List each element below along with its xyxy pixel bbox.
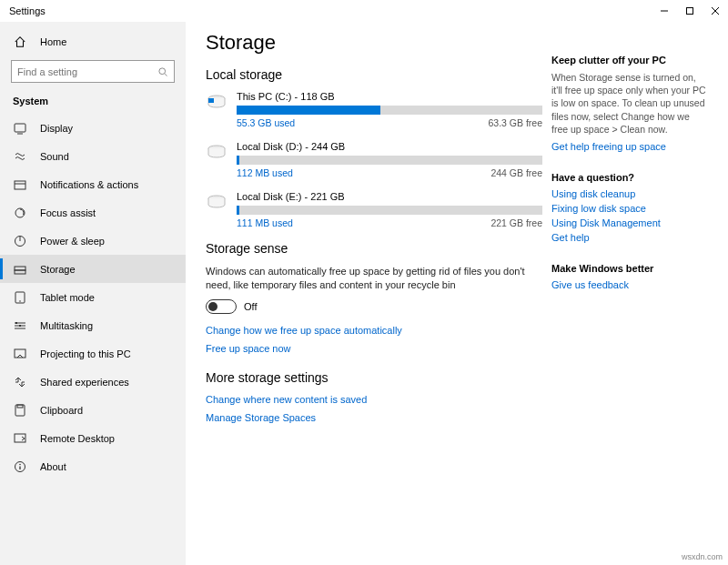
nav-icon <box>13 403 27 418</box>
nav-icon <box>13 177 27 192</box>
sidebar-item-label: About <box>40 461 66 472</box>
nav-icon <box>13 318 27 333</box>
svg-rect-6 <box>15 124 25 132</box>
window-title: Settings <box>9 5 46 16</box>
sidebar-item-storage[interactable]: Storage <box>0 255 186 283</box>
drive-usage-bar <box>237 156 542 165</box>
drive-used: 111 MB used <box>237 217 293 228</box>
drive-usage-bar <box>237 106 542 115</box>
link-give-feedback[interactable]: Give us feedback <box>551 279 706 290</box>
keep-clutter-heading: Keep clutter off your PC <box>551 55 706 66</box>
keep-clutter-text: When Storage sense is turned on, it'll f… <box>551 71 706 136</box>
sidebar-item-label: Multitasking <box>40 320 93 331</box>
storage-sense-toggle[interactable] <box>206 299 237 314</box>
storage-sense-description: Windows can automatically free up space … <box>206 265 542 292</box>
minimize-button[interactable] <box>652 0 677 22</box>
sidebar-item-label: Tablet mode <box>40 292 95 303</box>
drive-used: 112 MB used <box>237 167 293 178</box>
svg-rect-14 <box>15 270 25 274</box>
sidebar-item-label: Shared experiences <box>40 377 129 388</box>
search-icon <box>157 66 168 77</box>
svg-point-4 <box>159 67 166 74</box>
sidebar-item-label: Projecting to this PC <box>40 348 131 359</box>
drive-name: Local Disk (D:) - 244 GB <box>237 141 542 152</box>
help-link[interactable]: Using disk cleanup <box>551 188 706 199</box>
sidebar-item-clipboard[interactable]: Clipboard <box>0 396 186 424</box>
link-free-up-now[interactable]: Free up space now <box>206 343 542 354</box>
titlebar: Settings <box>0 0 728 22</box>
help-link[interactable]: Fixing low disk space <box>551 203 706 214</box>
link-manage-spaces[interactable]: Manage Storage Spaces <box>206 412 542 423</box>
svg-point-10 <box>15 208 25 217</box>
sidebar-item-label: Focus assist <box>40 207 96 218</box>
nav-icon <box>13 121 27 136</box>
nav-icon <box>13 234 27 248</box>
sidebar-group-label: System <box>0 90 186 114</box>
help-link[interactable]: Using Disk Management <box>551 217 706 228</box>
nav-icon <box>13 375 27 389</box>
nav-icon <box>13 459 27 474</box>
svg-line-5 <box>165 74 167 76</box>
home-icon <box>13 35 27 48</box>
maximize-button[interactable] <box>677 0 703 22</box>
drive-icon <box>206 193 231 213</box>
drive-free: 244 GB free <box>490 167 542 178</box>
sidebar-item-label: Sound <box>40 151 69 162</box>
sidebar-item-label: Power & sleep <box>40 236 105 247</box>
sidebar-item-power-sleep[interactable]: Power & sleep <box>0 227 186 255</box>
search-input[interactable] <box>17 66 157 77</box>
sidebar-home[interactable]: Home <box>0 27 186 56</box>
sidebar-item-multitasking[interactable]: Multitasking <box>0 311 186 339</box>
drive-row[interactable]: Local Disk (E:) - 221 GB111 MB used221 G… <box>206 191 542 228</box>
nav-icon <box>13 290 27 305</box>
svg-point-27 <box>19 463 21 465</box>
sidebar-item-tablet-mode[interactable]: Tablet mode <box>0 283 186 311</box>
sidebar-home-label: Home <box>40 36 66 47</box>
link-change-how[interactable]: Change how we free up space automaticall… <box>206 325 542 336</box>
sidebar-item-notifications-actions[interactable]: Notifications & actions <box>0 170 186 198</box>
link-help-freeing[interactable]: Get help freeing up space <box>551 141 706 152</box>
toggle-state-label: Off <box>244 301 257 312</box>
sidebar-item-label: Storage <box>40 264 76 275</box>
sidebar-item-shared-experiences[interactable]: Shared experiences <box>0 368 186 396</box>
svg-rect-8 <box>15 181 25 189</box>
sidebar-item-label: Notifications & actions <box>40 179 138 190</box>
nav-icon <box>13 149 27 164</box>
sidebar-item-focus-assist[interactable]: Focus assist <box>0 198 186 227</box>
drive-row[interactable]: Local Disk (D:) - 244 GB112 MB used244 G… <box>206 141 542 178</box>
drive-usage-bar <box>237 206 542 215</box>
svg-rect-21 <box>19 325 21 327</box>
svg-rect-13 <box>15 267 25 270</box>
sidebar: Home System DisplaySoundNotifications & … <box>0 22 186 565</box>
sidebar-item-display[interactable]: Display <box>0 114 186 142</box>
nav-icon <box>13 262 27 277</box>
sidebar-item-label: Display <box>40 123 73 134</box>
sidebar-item-projecting-to-this-pc[interactable]: Projecting to this PC <box>0 339 186 368</box>
svg-point-16 <box>19 300 21 302</box>
help-link[interactable]: Get help <box>551 232 706 243</box>
nav-icon <box>13 431 27 446</box>
drive-free: 221 GB free <box>490 217 542 228</box>
local-storage-heading: Local storage <box>206 67 542 82</box>
svg-rect-30 <box>208 98 214 103</box>
svg-rect-24 <box>17 405 23 408</box>
page-title: Storage <box>206 31 542 55</box>
drive-free: 63.3 GB free <box>488 117 542 128</box>
svg-rect-1 <box>687 8 693 15</box>
drive-icon <box>206 93 231 113</box>
nav-icon <box>13 206 27 220</box>
sidebar-item-about[interactable]: About <box>0 452 186 480</box>
search-box[interactable] <box>11 60 175 83</box>
svg-rect-20 <box>15 322 17 324</box>
drive-icon <box>206 143 231 163</box>
close-button[interactable] <box>703 0 728 22</box>
link-change-where[interactable]: Change where new content is saved <box>206 394 542 405</box>
drive-row[interactable]: This PC (C:) - 118 GB55.3 GB used63.3 GB… <box>206 91 542 128</box>
drive-name: Local Disk (E:) - 221 GB <box>237 191 542 202</box>
sidebar-item-sound[interactable]: Sound <box>0 142 186 170</box>
storage-sense-heading: Storage sense <box>206 241 542 256</box>
make-better-heading: Make Windows better <box>551 263 706 274</box>
drive-used: 55.3 GB used <box>237 117 295 128</box>
watermark: wsxdn.com <box>682 552 723 561</box>
sidebar-item-remote-desktop[interactable]: Remote Desktop <box>0 424 186 452</box>
